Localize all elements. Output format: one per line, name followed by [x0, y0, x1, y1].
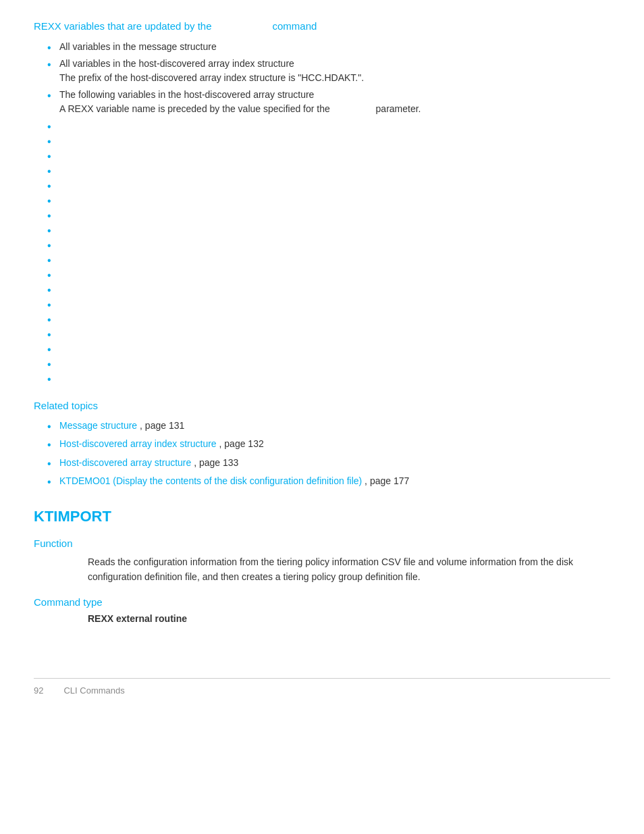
empty-bullet	[47, 342, 610, 355]
bullet-item-1: All variables in the message structure	[47, 40, 610, 54]
page-ref-2: , page 132	[219, 438, 264, 449]
page-ref-4: , page 177	[365, 475, 409, 486]
empty-bullet	[47, 253, 610, 266]
related-link-3[interactable]: Host-discovered array structure	[59, 457, 191, 468]
page-footer: 92 CLI Commands	[34, 678, 610, 696]
empty-bullet	[47, 327, 610, 340]
empty-bullet	[47, 371, 610, 385]
indent-text-2: A REXX variable name is preceded by the …	[59, 103, 421, 114]
empty-bullet	[47, 119, 610, 132]
empty-bullet	[47, 208, 610, 221]
related-link-2[interactable]: Host-discovered array index structure	[59, 438, 217, 449]
related-topics-section: Related topics Message structure , page …	[34, 400, 610, 489]
bullet-item-2: All variables in the host-discovered arr…	[47, 57, 610, 85]
related-link-4[interactable]: KTDEMO01 (Display the contents of the di…	[59, 475, 362, 486]
indent-text-1: The prefix of the host-discovered array …	[59, 72, 364, 83]
page-ref-1: , page 131	[140, 420, 184, 431]
empty-bullet	[47, 282, 610, 296]
function-body-text: Reads the configuration information from…	[88, 554, 610, 585]
empty-bullet	[47, 163, 610, 177]
command-type-value: REXX external routine	[88, 613, 610, 624]
empty-bullet	[47, 312, 610, 325]
rexx-section-title: REXX variables that are updated by the c…	[34, 20, 610, 32]
main-bullet-list: All variables in the message structure A…	[47, 40, 610, 385]
related-link-item-4: KTDEMO01 (Display the contents of the di…	[47, 473, 610, 488]
related-link-item-2: Host-discovered array index structure , …	[47, 436, 610, 451]
bullet-item-3: The following variables in the host-disc…	[47, 88, 610, 116]
empty-bullet	[47, 267, 610, 281]
rexx-title-part2: command	[273, 20, 317, 32]
empty-bullet	[47, 357, 610, 370]
empty-bullet	[47, 238, 610, 251]
empty-bullet	[47, 193, 610, 207]
related-link-item-3: Host-discovered array structure , page 1…	[47, 455, 610, 470]
empty-bullet	[47, 297, 610, 311]
page-ref-3: , page 133	[194, 457, 238, 468]
command-type-heading: Command type	[34, 596, 610, 608]
footer-section-title: CLI Commands	[63, 685, 124, 696]
rexx-title-part1: REXX variables that are updated by the	[34, 20, 212, 32]
empty-bullet	[47, 134, 610, 147]
footer-page-number: 92	[34, 685, 43, 696]
function-heading: Function	[34, 538, 610, 549]
related-link-1[interactable]: Message structure	[59, 420, 137, 431]
empty-bullet	[47, 178, 610, 192]
related-topics-heading: Related topics	[34, 400, 610, 411]
related-link-item-1: Message structure , page 131	[47, 418, 610, 433]
empty-bullet	[47, 223, 610, 236]
ktimport-heading: KTIMPORT	[34, 508, 610, 525]
empty-bullet	[47, 149, 610, 162]
related-links-list: Message structure , page 131 Host-discov…	[47, 418, 610, 489]
